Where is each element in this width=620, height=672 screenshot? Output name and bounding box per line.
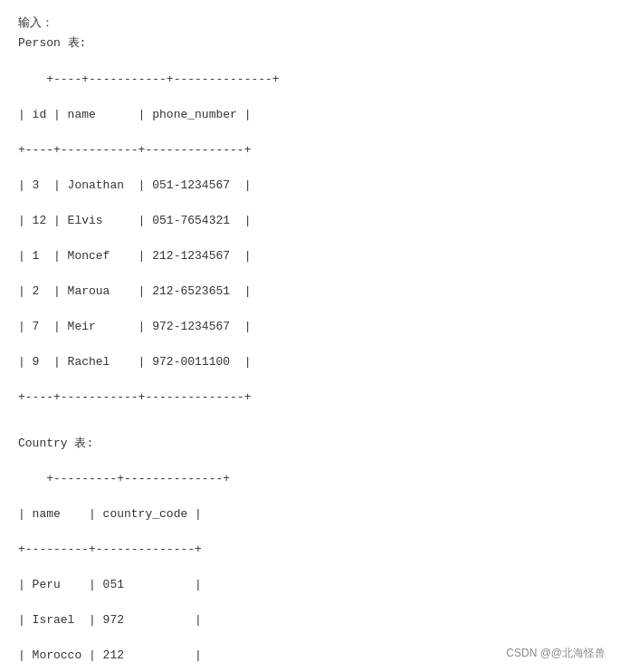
country-row-3: | Morocco | 212 |: [18, 648, 202, 662]
person-border-mid: +----+-----------+--------------+: [18, 143, 251, 157]
country-border-top: +---------+--------------+: [46, 472, 230, 485]
person-row-3: | 1 | Moncef | 212-1234567 |: [18, 249, 251, 263]
page-content: 输入： Person 表: +----+-----------+--------…: [18, 14, 602, 672]
country-row-2: | Israel | 972 |: [18, 613, 202, 627]
watermark: CSDN @@北海怪兽: [506, 646, 606, 661]
input-label: 输入：: [18, 14, 602, 31]
person-table-label: Person 表:: [18, 34, 602, 51]
person-row-4: | 2 | Maroua | 212-6523651 |: [18, 284, 251, 298]
person-header: | id | name | phone_number |: [18, 108, 251, 121]
person-row-6: | 9 | Rachel | 972-0011100 |: [18, 355, 251, 369]
country-border-mid: +---------+--------------+: [18, 542, 202, 556]
person-row-1: | 3 | Jonathan | 051-1234567 |: [18, 178, 251, 192]
country-row-1: | Peru | 051 |: [18, 578, 202, 591]
country-header: | name | country_code |: [18, 507, 202, 521]
person-row-2: | 12 | Elvis | 051-7654321 |: [18, 214, 251, 227]
person-border-top: +----+-----------+--------------+: [46, 72, 279, 86]
person-border-bot: +----+-----------+--------------+: [18, 390, 251, 404]
country-table-label: Country 表:: [18, 435, 602, 451]
person-table: +----+-----------+--------------+ | id |…: [18, 53, 602, 424]
person-row-5: | 7 | Meir | 972-1234567 |: [18, 320, 251, 333]
country-table: +---------+--------------+ | name | coun…: [18, 453, 602, 673]
